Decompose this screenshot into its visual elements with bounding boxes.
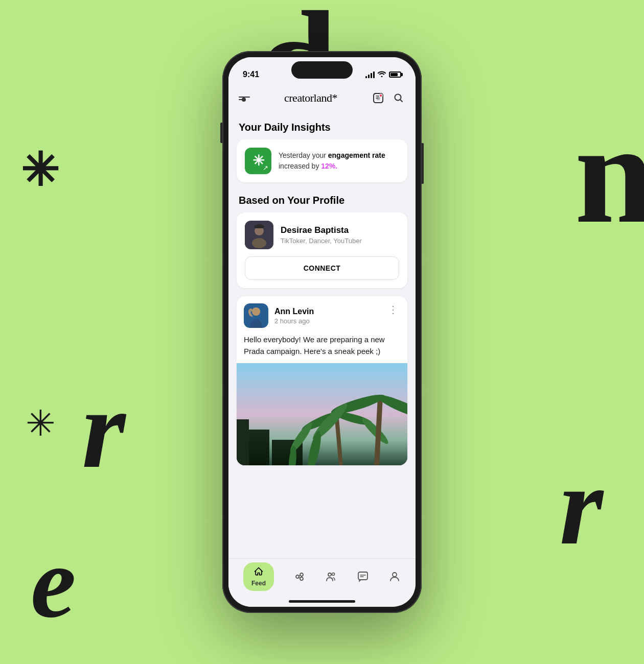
bottom-nav: Feed	[228, 558, 416, 600]
logo-text: creatorland*	[284, 91, 337, 104]
signal-bar-1	[365, 76, 367, 78]
menu-button[interactable]	[239, 97, 250, 100]
header-right-icons: ☺	[372, 91, 405, 105]
profile-avatar	[245, 221, 273, 249]
profile-icon	[388, 571, 401, 583]
signal-bar-4	[373, 72, 375, 78]
insight-bold: engagement rate	[328, 151, 385, 159]
phone-screen: 9:41	[228, 57, 416, 607]
avatar-image	[245, 221, 273, 249]
dynamic-island	[291, 61, 353, 79]
feed-post-time: 2 hours ago	[274, 317, 314, 325]
battery-icon	[389, 72, 401, 78]
svg-rect-16	[237, 419, 249, 465]
nav-profile[interactable]	[388, 571, 401, 583]
nav-feed[interactable]: Feed	[243, 562, 274, 591]
more-options-icon[interactable]: ⋮	[386, 303, 400, 316]
feed-user-name: Ann Levin	[274, 307, 314, 316]
app-header: creatorland* ☺	[228, 85, 416, 111]
insight-highlight: 12%.	[321, 162, 337, 170]
signal-bar-2	[368, 75, 370, 78]
svg-point-12	[252, 307, 260, 316]
feed-user-info: Ann Levin 2 hours ago	[274, 307, 314, 325]
battery-fill	[390, 73, 398, 76]
feed-card-user: Ann Levin 2 hours ago	[244, 303, 314, 328]
home-indicator-container	[228, 600, 416, 607]
svg-point-32	[300, 573, 303, 576]
svg-point-33	[300, 577, 303, 580]
signal-bar-3	[371, 73, 372, 78]
menu-line-2	[239, 99, 246, 100]
profile-card-header: Desirae Baptista TikToker, Dancer, YouTu…	[245, 221, 399, 249]
nav-chat[interactable]	[357, 571, 369, 583]
profile-section-title: Based on Your Profile	[228, 193, 416, 212]
svg-rect-36	[358, 572, 367, 580]
nav-feed-label: Feed	[251, 580, 266, 587]
nav-network[interactable]	[293, 571, 306, 583]
feed-post-text: Hello everybody! We are preparing a new …	[237, 332, 407, 363]
insight-card: ✳ ↗ Yesterday your engagement rate incre…	[237, 139, 407, 182]
signal-bars-icon	[365, 71, 375, 78]
svg-point-34	[328, 573, 331, 576]
bg-starburst: ✳	[26, 402, 56, 444]
app-logo: creatorland*	[284, 91, 337, 105]
bg-letter-n: n	[574, 102, 644, 245]
bg-letter-r1: r	[82, 373, 126, 485]
people-icon	[325, 571, 337, 583]
chat-icon	[357, 571, 369, 583]
search-icon[interactable]	[392, 91, 405, 105]
bg-letter-r2: r	[559, 449, 603, 562]
svg-point-37	[393, 573, 397, 577]
home-indicator	[289, 600, 355, 603]
status-icons	[365, 70, 401, 79]
svg-point-35	[332, 573, 334, 575]
phone-frame: 9:41	[222, 51, 422, 613]
profile-card: Desirae Baptista TikToker, Dancer, YouTu…	[237, 212, 407, 288]
insight-icon-wrap: ✳ ↗	[245, 148, 271, 174]
network-icon	[293, 571, 306, 583]
menu-dot	[242, 98, 246, 102]
bg-letter-e: e	[31, 531, 76, 633]
insights-section-title: Your Daily Insights	[228, 116, 416, 139]
svg-point-3	[379, 94, 382, 97]
connect-button[interactable]: CONNECT	[245, 256, 399, 280]
profile-tags: TikToker, Dancer, YouTuber	[281, 237, 362, 245]
screen-content[interactable]: Your Daily Insights ✳ ↗ Yesterday your e…	[228, 111, 416, 558]
profile-info: Desirae Baptista TikToker, Dancer, YouTu…	[281, 225, 362, 245]
insight-text: Yesterday your engagement rate increased…	[279, 150, 399, 172]
feed-card-header: Ann Levin 2 hours ago ⋮	[237, 296, 407, 332]
feed-card: Ann Levin 2 hours ago ⋮ Hello everybody!…	[237, 296, 407, 465]
status-time: 9:41	[243, 70, 259, 79]
nav-people[interactable]	[325, 571, 337, 583]
insight-trend-icon: ↗	[263, 164, 268, 172]
wifi-icon	[378, 70, 386, 79]
feed-avatar	[244, 303, 268, 328]
feed-post-image	[237, 363, 407, 465]
home-icon	[254, 566, 264, 577]
profile-name: Desirae Baptista	[281, 225, 362, 235]
bg-asterisk-top-left: ✳	[20, 143, 59, 197]
svg-point-31	[296, 575, 299, 578]
notification-icon[interactable]: ☺	[372, 91, 385, 105]
svg-point-7	[252, 238, 266, 248]
